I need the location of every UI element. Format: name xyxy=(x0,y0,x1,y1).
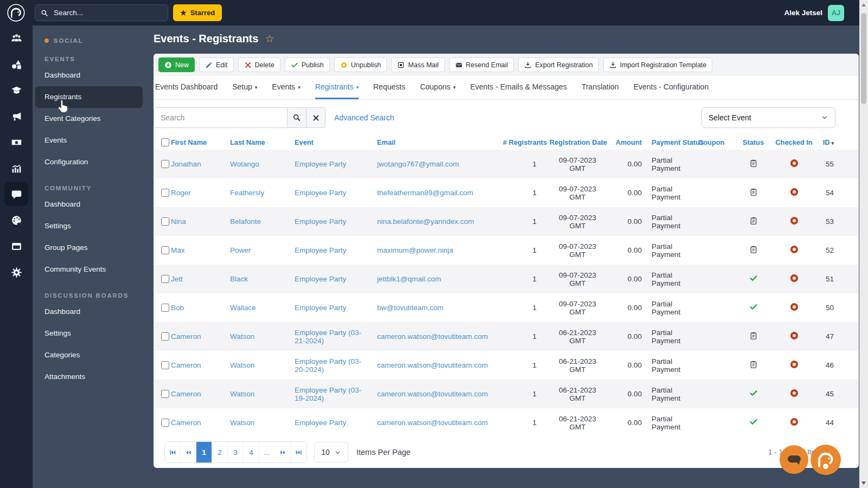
chat-fab-button[interactable] xyxy=(780,445,808,474)
rail-graduation-cap-icon[interactable] xyxy=(4,78,28,102)
rail-window-icon[interactable] xyxy=(4,234,28,258)
col-registrants[interactable]: # Registrants xyxy=(503,134,550,150)
sidebar-item[interactable]: Configuration xyxy=(35,151,143,173)
favorite-star-icon[interactable]: ☆ xyxy=(265,34,274,44)
row-checkbox[interactable] xyxy=(161,419,169,427)
search-button[interactable] xyxy=(288,107,307,128)
cell-event[interactable]: Employee Party xyxy=(295,207,377,236)
cell-email[interactable]: cameron.watson@tovutiteam.com xyxy=(377,408,503,437)
row-checkbox[interactable] xyxy=(161,304,169,312)
cell-first-name[interactable]: Jett xyxy=(171,265,230,293)
page-button[interactable]: 2 xyxy=(212,442,228,463)
cell-last-name[interactable]: Wallace xyxy=(230,293,295,322)
cell-event[interactable]: Employee Party xyxy=(295,236,377,265)
table-row[interactable]: Cameron Watson Employee Party cameron.wa… xyxy=(154,408,859,437)
cell-last-name[interactable]: Power xyxy=(230,236,295,265)
table-row[interactable]: Cameron Watson Employee Party (03-21-202… xyxy=(154,322,859,351)
sidebar-section-social[interactable]: SOCIAL xyxy=(33,37,145,44)
select-event-dropdown[interactable]: Select Event xyxy=(701,107,835,128)
cell-event[interactable]: Employee Party xyxy=(295,178,377,207)
row-checkbox[interactable] xyxy=(161,160,169,168)
cell-last-name[interactable]: Watson xyxy=(230,351,295,380)
global-search-input[interactable] xyxy=(53,8,162,17)
cell-last-name[interactable]: Watson xyxy=(230,408,295,437)
rail-money-icon[interactable] xyxy=(4,130,28,154)
col-checked-in[interactable]: Checked In xyxy=(774,134,814,150)
col-registration-date[interactable]: Registration Date xyxy=(550,134,605,150)
col-email[interactable]: Email xyxy=(377,134,503,150)
tab-registrants[interactable]: Registrants▾ xyxy=(315,76,359,99)
tab-requests[interactable]: Requests xyxy=(373,76,405,99)
avatar[interactable]: AJ xyxy=(828,5,844,21)
user-name[interactable]: Alek Jetsel xyxy=(784,9,822,17)
row-checkbox[interactable] xyxy=(161,390,169,398)
table-row[interactable]: Cameron Watson Employee Party (03-20-202… xyxy=(154,351,859,380)
new-button[interactable]: New xyxy=(158,57,195,72)
rail-palette-icon[interactable] xyxy=(4,208,28,232)
cell-email[interactable]: nina.belafonte@yanndex.com xyxy=(377,207,503,236)
sidebar-item[interactable]: Registrants xyxy=(35,86,143,108)
cell-first-name[interactable]: Cameron xyxy=(171,408,230,437)
table-row[interactable]: Roger Feathersly Employee Party thefeath… xyxy=(154,178,859,207)
resend-email-button[interactable]: Resend Email xyxy=(449,57,514,72)
col-coupon[interactable]: Coupon xyxy=(698,134,733,150)
page-button[interactable]: 1 xyxy=(196,442,212,463)
table-row[interactable]: Nina Belafonte Employee Party nina.belaf… xyxy=(154,207,859,236)
cell-event[interactable]: Employee Party xyxy=(295,150,377,178)
first-page-button[interactable] xyxy=(165,442,181,463)
rail-comment-icon[interactable] xyxy=(4,182,28,206)
tab-coupons[interactable]: Coupons▾ xyxy=(420,76,456,99)
cell-first-name[interactable]: Jonathan xyxy=(171,150,230,178)
cell-first-name[interactable]: Cameron xyxy=(171,351,230,380)
sidebar-item[interactable]: Settings xyxy=(35,215,143,237)
cell-last-name[interactable]: Feathersly xyxy=(230,178,295,207)
row-checkbox[interactable] xyxy=(161,189,169,197)
clear-search-button[interactable] xyxy=(307,107,326,128)
rail-shapes-icon[interactable] xyxy=(4,52,28,76)
cell-event[interactable]: Employee Party (03-20-2024) xyxy=(295,351,377,380)
cell-event[interactable]: Employee Party (03-19-2024) xyxy=(295,380,377,408)
tab-events-dashboard[interactable]: Events Dashboard xyxy=(155,76,218,99)
items-per-page-select[interactable]: 10 xyxy=(314,442,348,463)
row-checkbox[interactable] xyxy=(161,246,169,254)
vertical-scrollbar[interactable] xyxy=(859,0,868,488)
cell-first-name[interactable]: Bob xyxy=(171,293,230,322)
sidebar-item[interactable]: Settings xyxy=(35,323,143,344)
export-registration-button[interactable]: Export Registration xyxy=(518,57,598,72)
cell-event[interactable]: Employee Party xyxy=(295,265,377,293)
col-last-name[interactable]: Last Name xyxy=(230,134,295,150)
rail-megaphone-icon[interactable] xyxy=(4,104,28,128)
table-search-input[interactable] xyxy=(154,107,288,128)
sidebar-item[interactable]: Categories xyxy=(35,344,143,366)
cell-event[interactable]: Employee Party (03-21-2024) xyxy=(295,322,377,351)
select-all-checkbox[interactable] xyxy=(161,138,169,146)
table-row[interactable]: Jett Black Employee Party jettblk1@qmail… xyxy=(154,265,859,293)
prev-page-button[interactable] xyxy=(181,442,196,463)
table-row[interactable]: Max Power Employee Party maximum@power.n… xyxy=(154,236,859,265)
cell-email[interactable]: jwotango767@ymail.com xyxy=(377,150,503,178)
col-payment-status[interactable]: Payment Status xyxy=(642,134,698,150)
starred-button[interactable]: ★ Starred xyxy=(173,4,222,21)
delete-button[interactable]: Delete xyxy=(238,57,280,72)
cell-first-name[interactable]: Cameron xyxy=(171,380,230,408)
cell-first-name[interactable]: Nina xyxy=(171,207,230,236)
cell-email[interactable]: bw@tovutiteam.com xyxy=(377,293,503,322)
tab-translation[interactable]: Translation xyxy=(582,76,619,99)
tovuti-logo-icon[interactable] xyxy=(7,4,25,22)
last-page-button[interactable] xyxy=(291,442,307,463)
col-first-name[interactable]: First Name xyxy=(171,134,230,150)
tab-events-emails-messages[interactable]: Events - Emails & Messages xyxy=(470,76,567,99)
cell-event[interactable]: Employee Party xyxy=(295,293,377,322)
col-amount[interactable]: Amount xyxy=(605,134,642,150)
col-event[interactable]: Event xyxy=(295,134,377,150)
row-checkbox[interactable] xyxy=(161,275,169,283)
row-checkbox[interactable] xyxy=(161,361,169,369)
tab-events[interactable]: Events▾ xyxy=(272,76,300,99)
page-button[interactable]: 4 xyxy=(244,442,259,463)
sidebar-item[interactable]: Group Pages xyxy=(35,237,143,259)
cell-last-name[interactable]: Belafonte xyxy=(230,207,295,236)
cell-event[interactable]: Employee Party xyxy=(295,408,377,437)
next-page-button[interactable] xyxy=(275,442,291,463)
import-registration-template-button[interactable]: Import Registration Template xyxy=(603,57,713,72)
rail-users-icon[interactable] xyxy=(4,26,28,50)
